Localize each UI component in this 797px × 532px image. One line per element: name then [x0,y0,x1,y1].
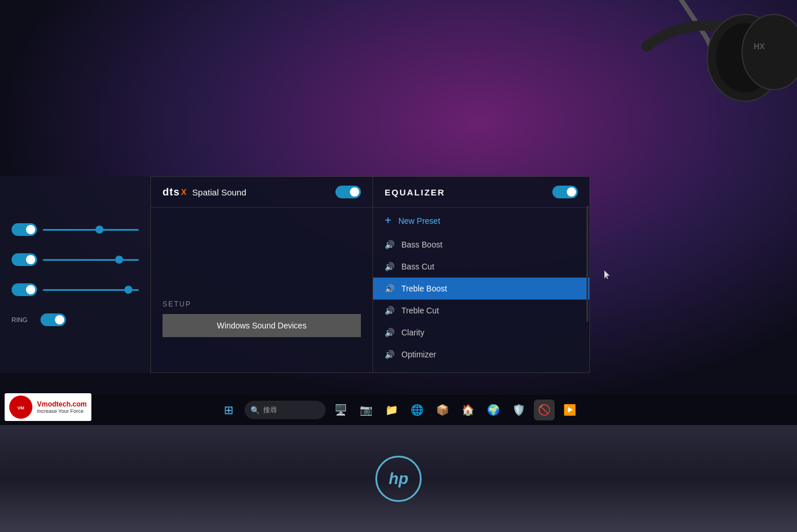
camera-icon: 📷 [360,404,372,416]
taskbar-home[interactable]: 🏠 [457,400,478,420]
toggle-3[interactable] [12,283,37,296]
plus-icon: + [385,214,392,227]
taskbar-globe[interactable]: 🌍 [483,400,504,420]
watermark-site: Vmodtech.com [37,400,87,408]
eq-item-treble-boost[interactable]: 🔊 Treble Boost [373,278,589,300]
eq-item-new-preset[interactable]: + New Preset [373,208,589,234]
windows-icon: ⊞ [224,403,234,417]
watermark: VM Vmodtech.com Increase Your Force [5,393,91,421]
windows-sound-devices-button[interactable]: Windows Sound Devices [163,314,361,337]
eq-item-bass-cut[interactable]: 🔊 Bass Cut [373,256,589,278]
slider-track-2[interactable] [43,259,139,261]
taskbar-folder[interactable]: 📁 [381,400,402,420]
slider-row-1 [12,223,139,236]
toggle-2[interactable] [12,253,37,266]
spatial-sound-label: Spatial Sound [192,187,330,197]
desktop-icon: 🖥️ [334,404,347,416]
search-placeholder: 搜尋 [263,405,277,415]
eq-item-bass-boost[interactable]: 🔊 Bass Boost [373,234,589,256]
slider-thumb-3[interactable] [124,286,132,294]
slider-row-3 [12,283,139,296]
dts-logo: dts X [163,186,186,198]
sound-icon-bass-cut: 🔊 [385,262,394,271]
eq-item-optimizer[interactable]: 🔊 Optimizer [373,343,589,365]
toggle-1[interactable] [12,223,37,236]
laptop-bezel: hp [0,425,797,532]
slider-row-4: RING [12,313,139,326]
slider-track-1[interactable] [43,229,139,231]
sound-icon-bass-boost: 🔊 [385,240,394,249]
block-icon: 🚫 [538,404,551,416]
sound-icon-clarity: 🔊 [385,328,394,337]
taskbar: ⊞ 🔍 搜尋 🖥️ 📷 📁 🌐 📦 🏠 🌍 🛡️ 🚫 ▶️ [0,395,797,425]
slider-track-3[interactable] [43,289,139,291]
taskbar-block[interactable]: 🚫 [534,400,555,420]
hp-logo: hp [375,456,422,502]
eq-title: EQUALIZER [385,187,445,197]
setup-label: SETUP [163,300,361,308]
toggle-4[interactable] [40,313,66,326]
eq-item-clarity[interactable]: 🔊 Clarity [373,322,589,343]
new-preset-label: New Preset [398,216,440,226]
taskbar-store[interactable]: 📦 [432,400,453,420]
taskbar-security[interactable]: 🛡️ [508,400,529,420]
equalizer-panel: EQUALIZER + New Preset 🔊 Bass Boost 🔊 Ba… [373,176,590,373]
watermark-logo-svg: VM [13,399,29,415]
dts-x-text: X [181,187,186,197]
watermark-tagline: Increase Your Force [37,408,87,414]
play-icon: ▶️ [563,404,576,416]
search-bar[interactable]: 🔍 搜尋 [245,401,326,419]
dts-header: dts X Spatial Sound [151,177,372,208]
taskbar-play[interactable]: ▶️ [559,400,580,420]
globe-icon: 🌍 [487,404,500,416]
taskbar-desktop[interactable]: 🖥️ [330,400,351,420]
sound-icon-treble-cut: 🔊 [385,306,394,315]
watermark-logo: VM [9,396,32,419]
bass-cut-label: Bass Cut [401,262,434,271]
treble-boost-label: Treble Boost [401,284,447,293]
toggle-spatial-sound[interactable] [335,186,361,198]
dts-panel: dts X Spatial Sound SETUP Windows Sound … [150,176,373,373]
svg-text:VM: VM [17,405,24,411]
shield-icon: 🛡️ [512,404,525,416]
left-sliders-panel: RING [0,176,150,373]
svg-text:HX: HX [754,42,765,51]
store-icon: 📦 [436,404,449,416]
sound-icon-treble-boost: 🔊 [385,284,394,293]
home-icon: 🏠 [462,404,474,416]
folder-icon: 📁 [385,404,398,416]
bass-boost-label: Bass Boost [401,240,442,249]
eq-scrollbar[interactable] [586,206,588,322]
toggle-equalizer[interactable] [552,186,578,198]
taskbar-edge[interactable]: 🌐 [407,400,427,420]
edge-icon: 🌐 [411,404,423,416]
setup-section: SETUP Windows Sound Devices [151,289,372,349]
dts-text: dts [163,186,180,198]
start-button[interactable]: ⊞ [217,398,240,422]
slider-row-2 [12,253,139,266]
clarity-label: Clarity [401,328,425,337]
taskbar-camera[interactable]: 📷 [356,400,377,420]
eq-item-treble-cut[interactable]: 🔊 Treble Cut [373,300,589,322]
sound-icon-optimizer: 🔊 [385,350,394,359]
search-icon: 🔍 [250,406,260,415]
treble-cut-label: Treble Cut [401,306,439,315]
slider-label-4: RING [12,316,35,323]
headphone-image: HX [577,0,797,162]
eq-preset-list: + New Preset 🔊 Bass Boost 🔊 Bass Cut 🔊 T… [373,208,589,365]
slider-thumb-2[interactable] [115,256,123,264]
watermark-text-block: Vmodtech.com Increase Your Force [37,400,87,414]
eq-header: EQUALIZER [373,177,589,208]
optimizer-label: Optimizer [401,350,436,359]
ui-panel-area: RING dts X Spatial Sound SETUP Windows S… [0,176,797,402]
slider-thumb-1[interactable] [95,226,104,234]
hp-logo-text: hp [389,470,408,488]
